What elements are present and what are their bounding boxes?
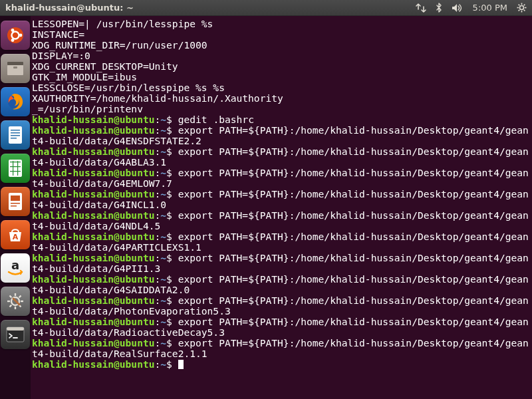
svg-text:a: a bbox=[11, 258, 19, 272]
svg-rect-22 bbox=[11, 138, 17, 139]
svg-line-43 bbox=[10, 305, 12, 307]
svg-point-11 bbox=[19, 34, 23, 37]
svg-rect-14 bbox=[7, 62, 23, 65]
svg-line-42 bbox=[19, 296, 21, 298]
svg-rect-32 bbox=[11, 205, 17, 207]
launcher-ubuntu-dash[interactable] bbox=[0, 20, 31, 51]
gear-icon[interactable] bbox=[517, 3, 527, 13]
window-title: khalid-hussain@ubuntu: ~ bbox=[5, 3, 134, 13]
launcher-terminal[interactable] bbox=[0, 319, 31, 350]
top-menubar: khalid-hussain@ubuntu: ~ 5:00 PM bbox=[0, 0, 532, 16]
svg-point-13 bbox=[11, 39, 15, 42]
launcher-settings[interactable] bbox=[0, 286, 31, 317]
launcher-amazon[interactable]: a bbox=[0, 253, 31, 283]
svg-line-40 bbox=[10, 296, 12, 298]
terminal[interactable]: LESSOPEN=| /usr/bin/lesspipe %s INSTANCE… bbox=[31, 16, 532, 399]
svg-line-5 bbox=[519, 5, 520, 6]
svg-rect-29 bbox=[9, 193, 22, 210]
bluetooth-icon[interactable] bbox=[436, 3, 442, 13]
svg-point-0 bbox=[520, 6, 524, 10]
launcher-impress[interactable] bbox=[0, 186, 31, 217]
main-area: A a LESSOPEN=| /usr/bin/lesspipe %s INST… bbox=[0, 16, 532, 399]
svg-rect-24 bbox=[10, 162, 21, 162]
launcher-writer[interactable] bbox=[0, 120, 31, 150]
launcher-calc[interactable] bbox=[0, 153, 31, 184]
svg-rect-28 bbox=[17, 161, 18, 176]
svg-rect-16 bbox=[13, 66, 17, 68]
svg-rect-25 bbox=[10, 166, 21, 167]
svg-line-6 bbox=[524, 10, 525, 11]
svg-rect-31 bbox=[11, 203, 20, 204]
svg-rect-30 bbox=[11, 196, 20, 201]
launcher-software-center[interactable]: A bbox=[0, 219, 31, 250]
launcher-files[interactable] bbox=[0, 53, 31, 84]
cursor bbox=[178, 360, 184, 369]
svg-rect-45 bbox=[7, 327, 24, 331]
launcher-firefox[interactable] bbox=[0, 86, 31, 117]
volume-icon[interactable] bbox=[452, 3, 464, 13]
clock[interactable]: 5:00 PM bbox=[473, 3, 507, 13]
svg-rect-20 bbox=[11, 132, 20, 134]
svg-rect-27 bbox=[13, 161, 13, 176]
system-tray: 5:00 PM bbox=[416, 3, 527, 13]
network-icon[interactable] bbox=[416, 3, 426, 13]
svg-rect-21 bbox=[11, 135, 20, 136]
svg-text:A: A bbox=[13, 233, 19, 241]
svg-line-7 bbox=[524, 5, 525, 6]
svg-line-8 bbox=[519, 10, 520, 11]
svg-point-12 bbox=[11, 29, 15, 32]
svg-rect-26 bbox=[10, 171, 21, 172]
svg-rect-19 bbox=[11, 130, 20, 131]
launcher: A a bbox=[0, 16, 31, 399]
